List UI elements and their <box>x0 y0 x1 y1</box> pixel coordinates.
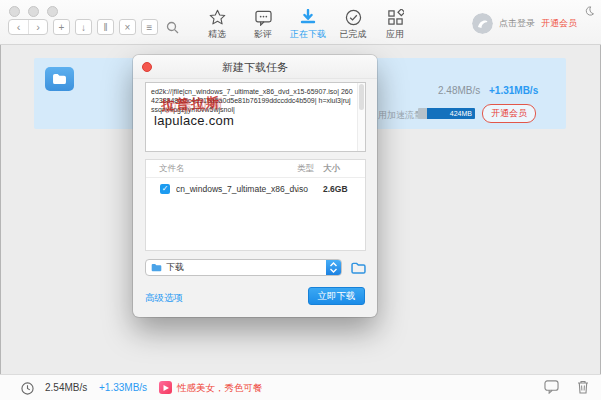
quota-progress-used <box>418 108 427 119</box>
task-open-vip-button[interactable]: 开通会员 <box>482 104 536 123</box>
total-speed: 2.54MB/s <box>45 382 87 393</box>
tab-reviews-label: 影评 <box>240 28 286 41</box>
browse-folder-button[interactable] <box>349 260 367 275</box>
new-task-dialog: 新建下载任务 拉普拉斯 ed2k://|file|cn_windows_7_ul… <box>133 55 377 317</box>
forward-icon[interactable]: › <box>28 20 47 34</box>
check-circle-icon <box>330 7 376 26</box>
dialog-titlebar: 新建下载任务 <box>133 55 377 79</box>
task-boost-speed: +1.31MB/s <box>489 85 538 96</box>
tab-completed[interactable]: 已完成 <box>330 7 376 41</box>
add-task-icon[interactable]: + <box>53 19 70 35</box>
ad-app-icon[interactable] <box>159 381 172 394</box>
app-window: { "icons": { "back": "‹", "forward": "›"… <box>0 0 601 400</box>
file-name: cn_windows_7_ultimate_x86_dvd_x... <box>176 184 297 194</box>
tab-apps-label: 应用 <box>372 28 418 41</box>
url-textarea[interactable]: 拉普拉斯 ed2k://|file|cn_windows_7_ultimate_… <box>145 82 366 152</box>
folder-icon <box>151 263 162 272</box>
dialog-close-button[interactable] <box>142 62 152 72</box>
pause-task-icon[interactable]: ‖ <box>97 19 114 35</box>
file-row[interactable]: cn_windows_7_ultimate_x86_dvd_x... iso 2… <box>146 178 365 199</box>
sort-list-icon[interactable]: ≡ <box>141 19 158 35</box>
titlebar: ‹ › + ↓ ‖ × ≡ 精选 影评 正在下载 已完成 <box>0 0 601 45</box>
back-icon[interactable]: ‹ <box>9 20 28 34</box>
clock-icon <box>21 381 34 399</box>
watermark-site: lapulace.com <box>154 116 353 125</box>
tab-featured-label: 精选 <box>194 28 240 41</box>
quota-progress-value: 424MB <box>427 108 475 119</box>
file-type-icon <box>45 67 74 91</box>
tab-featured[interactable]: 精选 <box>194 7 240 41</box>
trash-icon[interactable] <box>577 380 589 398</box>
file-list-panel: 文件名 类型 大小 cn_windows_7_ultimate_x86_dvd_… <box>145 159 366 251</box>
total-boost-speed: +1.33MB/s <box>99 382 147 393</box>
tab-apps[interactable]: 应用 <box>372 7 418 41</box>
login-link[interactable]: 点击登录 <box>499 17 535 30</box>
status-bar: 2.54MB/s +1.33MB/s 性感美女，秀色可餐 <box>0 374 601 400</box>
textarea-scrollbar[interactable] <box>357 83 365 151</box>
column-type: 类型 <box>297 163 323 175</box>
start-task-icon[interactable]: ↓ <box>75 19 92 35</box>
dialog-title: 新建下载任务 <box>222 61 288 73</box>
zoom-window-button[interactable] <box>47 6 58 17</box>
tab-downloading-label: 正在下载 <box>285 28 331 41</box>
grid-icon <box>372 7 418 26</box>
tab-reviews[interactable]: 影评 <box>240 7 286 41</box>
advanced-options-link[interactable]: 高级选项 <box>145 292 183 305</box>
tab-downloading[interactable]: 正在下载 <box>285 7 331 41</box>
file-type: iso <box>297 184 323 194</box>
search-icon[interactable] <box>163 19 181 35</box>
history-nav-group: ‹ › <box>8 19 48 35</box>
comment-icon <box>240 7 286 26</box>
download-arrow-icon <box>285 7 331 26</box>
file-list-header: 文件名 类型 大小 <box>146 160 365 178</box>
night-mode-icon[interactable] <box>584 2 594 20</box>
avatar[interactable] <box>472 13 493 34</box>
column-filename: 文件名 <box>159 163 297 175</box>
open-vip-link[interactable]: 开通会员 <box>541 17 577 30</box>
statusbar-right-icons <box>544 380 589 398</box>
url-line-1: ed2k://|file|cn_windows_7_ultimate_x86_d… <box>151 88 339 95</box>
browse-folder-icon <box>351 262 366 274</box>
file-checkbox-checked[interactable] <box>160 184 170 194</box>
select-stepper-icon[interactable] <box>326 260 341 275</box>
minimize-window-button[interactable] <box>28 6 39 17</box>
save-path-select[interactable]: 下载 <box>145 259 342 276</box>
file-size: 2.6GB <box>323 184 365 194</box>
star-icon <box>194 7 240 26</box>
ad-text-link[interactable]: 性感美女，秀色可餐 <box>177 382 263 395</box>
feedback-icon[interactable] <box>544 380 559 398</box>
delete-task-icon[interactable]: × <box>119 19 136 35</box>
nav-toolbar: ‹ › + ↓ ‖ × ≡ <box>8 19 181 35</box>
traffic-lights <box>9 6 58 17</box>
task-speed: 2.48MB/s <box>438 85 480 96</box>
url-text: ed2k://|file|cn_windows_7_ultimate_x86_d… <box>146 83 365 125</box>
scrollbar-thumb[interactable] <box>359 84 364 110</box>
download-now-button[interactable]: 立即下载 <box>308 287 365 305</box>
close-window-button[interactable] <box>9 6 20 17</box>
quota-progress-bar: 424MB <box>418 108 475 119</box>
save-path-value: 下载 <box>166 261 326 274</box>
column-size: 大小 <box>323 163 365 175</box>
account-area: 点击登录 开通会员 <box>472 13 577 34</box>
tab-completed-label: 已完成 <box>330 28 376 41</box>
